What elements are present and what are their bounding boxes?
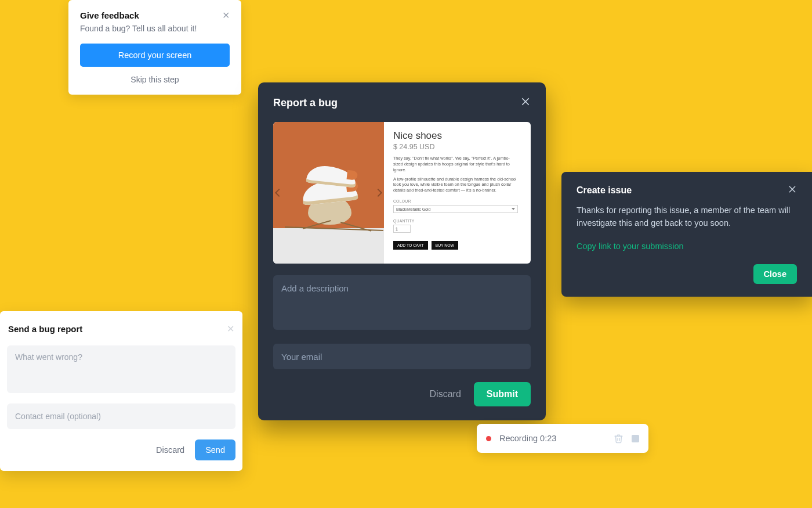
quantity-input[interactable]: 1 <box>393 225 411 233</box>
trash-icon[interactable] <box>614 434 624 444</box>
report-description-input[interactable] <box>7 345 235 393</box>
screenshot-preview: Nice shoes $ 24.95 USD They say, "Don't … <box>273 122 531 264</box>
discard-button[interactable]: Discard <box>430 389 461 399</box>
recording-indicator-icon <box>486 436 491 441</box>
close-icon[interactable] <box>520 96 531 109</box>
close-button[interactable]: Close <box>753 264 798 284</box>
recording-label: Recording 0:23 <box>499 434 606 443</box>
bug-description-input[interactable] <box>273 275 531 330</box>
submit-button[interactable]: Submit <box>474 382 531 406</box>
create-issue-message: Thanks for reporting this issue, a membe… <box>577 204 797 230</box>
report-bug-title: Report a bug <box>273 97 338 109</box>
product-description-2: A low-profile silhouette and durable des… <box>393 176 518 194</box>
product-price: $ 24.95 USD <box>393 143 518 151</box>
product-name: Nice shoes <box>393 130 518 142</box>
quantity-label: QUANTITY <box>393 219 518 223</box>
give-feedback-card: Give feedback ✕ Found a bug? Tell us all… <box>68 0 241 95</box>
create-issue-card: Create issue Thanks for reporting this i… <box>561 172 812 297</box>
stop-icon[interactable] <box>632 435 639 442</box>
close-icon[interactable] <box>788 185 797 196</box>
close-icon[interactable]: ✕ <box>222 11 230 20</box>
create-issue-title: Create issue <box>577 185 632 196</box>
bug-email-input[interactable] <box>273 344 531 369</box>
copy-link[interactable]: Copy link to your submission <box>577 242 684 251</box>
give-feedback-subtitle: Found a bug? Tell us all about it! <box>80 24 230 33</box>
close-icon[interactable]: ✕ <box>227 325 234 334</box>
report-email-input[interactable] <box>7 403 235 429</box>
buy-now-button[interactable]: BUY NOW <box>432 241 458 250</box>
record-screen-button[interactable]: Record your screen <box>80 44 230 67</box>
add-to-cart-button[interactable]: ADD TO CART <box>393 241 428 250</box>
colour-select[interactable]: Black/Metallic Gold <box>393 205 518 213</box>
colour-value: Black/Metallic Gold <box>396 207 431 211</box>
report-bug-modal: Report a bug Nice shoes $ 24.95 USD They… <box>258 82 546 420</box>
recording-bar: Recording 0:23 <box>477 424 648 453</box>
product-description-1: They say, "Don't fix what works". We say… <box>393 156 518 173</box>
discard-button[interactable]: Discard <box>156 445 184 455</box>
send-bug-report-title: Send a bug report <box>8 324 82 334</box>
product-image <box>273 122 384 264</box>
send-button[interactable]: Send <box>195 439 235 460</box>
send-bug-report-card: Send a bug report ✕ Discard Send <box>0 311 242 471</box>
product-details: Nice shoes $ 24.95 USD They say, "Don't … <box>384 122 531 264</box>
colour-label: COLOUR <box>393 199 518 203</box>
give-feedback-title: Give feedback <box>80 10 139 20</box>
skip-step-link[interactable]: Skip this step <box>80 75 230 84</box>
